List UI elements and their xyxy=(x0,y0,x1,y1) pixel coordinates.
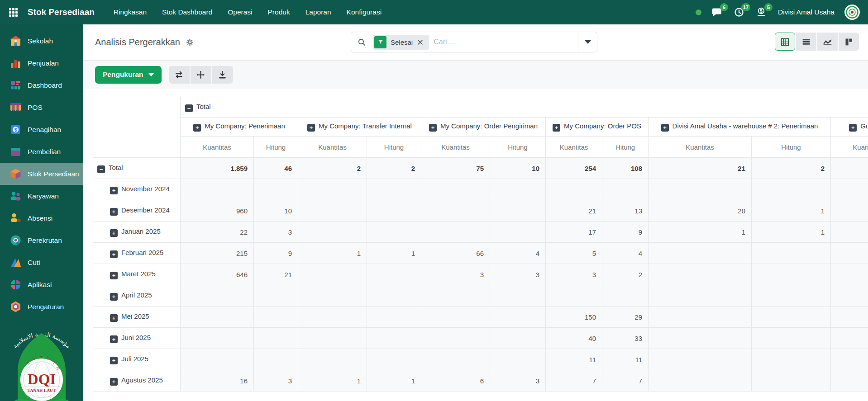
pivot-column-group-my-company-order-pos[interactable]: +My Company: Order POS xyxy=(546,118,649,137)
pivot-measure-header[interactable]: Hitung xyxy=(602,137,649,158)
pos-icon xyxy=(10,101,22,113)
pivot-cell: 22 xyxy=(181,222,254,243)
search-icon xyxy=(358,38,366,47)
sidebar-item-cuti[interactable]: Cuti xyxy=(0,251,83,274)
settings-icon xyxy=(10,301,22,313)
pivot-row-total: −Total1.85946227510254108212 xyxy=(93,158,868,179)
top-menu-operasi[interactable]: Operasi xyxy=(228,8,252,16)
top-menu-laporan[interactable]: Laporan xyxy=(305,8,331,16)
measures-button[interactable]: Pengukuran xyxy=(95,66,162,84)
pivot-row-header-november-2024[interactable]: +November 2024 xyxy=(93,179,181,200)
sidebar-item-absensi[interactable]: Absensi xyxy=(0,207,83,229)
search-filter-tag[interactable]: Selesai xyxy=(373,35,429,50)
pivot-table: −Total+My Company: Penerimaan+My Company… xyxy=(93,97,868,392)
pivot-row-mei-2025: +Mei 202515029 xyxy=(93,307,868,328)
pivot-cell xyxy=(367,179,421,200)
view-pivot-button[interactable] xyxy=(775,33,795,51)
pivot-measure-header[interactable]: Kuantitas xyxy=(181,137,254,158)
pivot-column-group-gudang[interactable]: +Gudang xyxy=(831,118,868,137)
pivot-measure-header[interactable]: Hitung xyxy=(367,137,421,158)
search-dropdown-toggle[interactable] xyxy=(578,32,597,52)
pivot-measure-header[interactable]: Kuantitas xyxy=(546,137,602,158)
app-title[interactable]: Stok Persediaan xyxy=(28,7,95,17)
pivot-cell: 108 xyxy=(602,158,649,179)
pivot-measure-header[interactable]: Kuantitas xyxy=(649,137,752,158)
user-avatar[interactable] xyxy=(844,5,860,20)
pivot-row-header-maret-2025[interactable]: +Maret 2025 xyxy=(93,264,181,285)
activities-button[interactable]: 17 xyxy=(734,6,746,19)
view-kanban-button[interactable] xyxy=(839,33,859,51)
sidebar-item-karyawan[interactable]: Karyawan xyxy=(0,185,83,207)
pivot-row-header-februari-2025[interactable]: +Februari 2025 xyxy=(93,243,181,264)
pivot-cell xyxy=(421,200,490,222)
pivot-cell: 1 xyxy=(367,243,421,264)
pivot-row-header-juli-2025[interactable]: +Juli 2025 xyxy=(93,349,181,370)
pivot-row-header-desember-2024[interactable]: +Desember 2024 xyxy=(93,200,181,222)
expand-icon: + xyxy=(553,124,560,132)
pivot-measure-header[interactable]: Hitung xyxy=(490,137,546,158)
pivot-column-group-my-company-transfer-internal[interactable]: +My Company: Transfer Internal xyxy=(298,118,421,137)
pivot-cell: 2 xyxy=(752,158,831,179)
pivot-row-header-april-2025[interactable]: +April 2025 xyxy=(93,285,181,307)
search-input[interactable] xyxy=(429,38,578,46)
pivot-cell xyxy=(490,179,546,200)
sidebar-item-penagihan[interactable]: $Penagihan xyxy=(0,118,83,141)
pivot-column-group-my-company-penerimaan[interactable]: +My Company: Penerimaan xyxy=(181,118,298,137)
flip-axis-button[interactable] xyxy=(169,66,190,84)
pivot-cell: 254 xyxy=(546,158,602,179)
pivot-cell xyxy=(831,179,868,200)
money-button[interactable]: $ 5 xyxy=(756,6,768,19)
attendance-icon xyxy=(10,212,22,224)
pivot-column-total-header[interactable]: −Total xyxy=(181,97,868,118)
sidebar-item-stok-persediaan[interactable]: Stok Persediaan xyxy=(0,163,83,185)
pivot-cell xyxy=(831,370,868,392)
sidebar-item-aplikasi[interactable]: Aplikasi xyxy=(0,274,83,296)
view-list-button[interactable] xyxy=(796,33,816,51)
pivot-cell xyxy=(752,179,831,200)
pivot-cell xyxy=(752,349,831,370)
pivot-column-group-my-company-order-pengiriman[interactable]: +My Company: Order Pengiriman xyxy=(421,118,546,137)
pivot-measure-header[interactable]: Hitung xyxy=(254,137,298,158)
dashboard-icon xyxy=(10,79,22,91)
pivot-cell: 29 xyxy=(602,307,649,328)
download-xlsx-button[interactable] xyxy=(212,66,233,84)
settings-gear-button[interactable] xyxy=(185,37,195,47)
apps-grid-button[interactable] xyxy=(7,6,19,19)
activities-badge: 17 xyxy=(741,3,750,11)
pivot-cell: 1 xyxy=(649,222,752,243)
messages-button[interactable]: 6 xyxy=(711,6,724,19)
sidebar-item-dashboard[interactable]: Dashboard xyxy=(0,74,83,96)
pivot-row-header-agustus-2025[interactable]: +Agustus 2025 xyxy=(93,370,181,392)
pivot-column-group-divisi-amal-usaha-warehouse-2-penerimaan[interactable]: +Divisi Amal Usaha - warehouse # 2: Pene… xyxy=(649,118,831,137)
sidebar-item-sekolah[interactable]: Sekolah xyxy=(0,30,83,52)
pivot-row-header-januari-2025[interactable]: +Januari 2025 xyxy=(93,222,181,243)
pivot-row-header-juni-2025[interactable]: +Juni 2025 xyxy=(93,328,181,349)
pivot-row-header-mei-2025[interactable]: +Mei 2025 xyxy=(93,307,181,328)
pivot-cell xyxy=(752,264,831,285)
inventory-icon xyxy=(10,168,22,180)
sidebar-item-penjualan[interactable]: Penjualan xyxy=(0,52,83,74)
pivot-row-header-total[interactable]: −Total xyxy=(93,158,181,179)
sidebar-item-label: Dashboard xyxy=(28,81,62,90)
top-menu-ringkasan[interactable]: Ringkasan xyxy=(114,8,147,16)
pivot-corner-cell xyxy=(93,97,181,158)
sidebar-item-pembelian[interactable]: Pembelian xyxy=(0,141,83,163)
pivot-measure-header[interactable]: Hitung xyxy=(752,137,831,158)
sidebar-item-perekrutan[interactable]: Perekrutan xyxy=(0,229,83,251)
pivot-measure-header[interactable]: Kuantitas xyxy=(831,137,868,158)
pivot-measure-header[interactable]: Kuantitas xyxy=(421,137,490,158)
top-menu-konfigurasi[interactable]: Konfigurasi xyxy=(347,8,382,16)
sidebar-item-label: Pembelian xyxy=(28,148,61,156)
pivot-cell: 1 xyxy=(752,222,831,243)
pivot-measure-header[interactable]: Kuantitas xyxy=(298,137,367,158)
remove-filter-button[interactable] xyxy=(417,39,428,46)
pivot-row-juni-2025: +Juni 20254033 xyxy=(93,328,868,349)
expand-all-button[interactable] xyxy=(191,66,211,84)
top-menu-produk[interactable]: Produk xyxy=(268,8,290,16)
user-menu[interactable]: Divisi Amal Usaha xyxy=(778,8,835,16)
sidebar-item-pos[interactable]: POS xyxy=(0,96,83,118)
view-graph-button[interactable] xyxy=(817,33,838,51)
pivot-cell xyxy=(298,264,367,285)
top-menu-stok-dashboard[interactable]: Stok Dashboard xyxy=(162,8,212,16)
pivot-cell xyxy=(298,200,367,222)
